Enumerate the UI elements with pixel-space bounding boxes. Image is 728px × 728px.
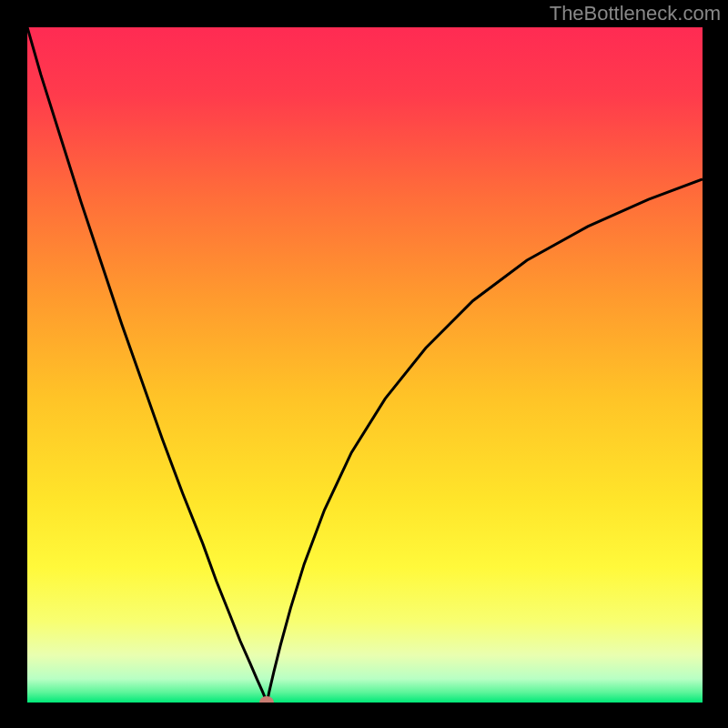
- plot-area: [27, 27, 703, 703]
- bottleneck-curve: [27, 27, 703, 703]
- chart-container: TheBottleneck.com: [0, 0, 728, 728]
- curve-left-branch: [27, 27, 267, 703]
- minimum-point-marker: [259, 696, 274, 703]
- curve-right-branch: [267, 179, 703, 703]
- watermark-text: TheBottleneck.com: [550, 2, 721, 25]
